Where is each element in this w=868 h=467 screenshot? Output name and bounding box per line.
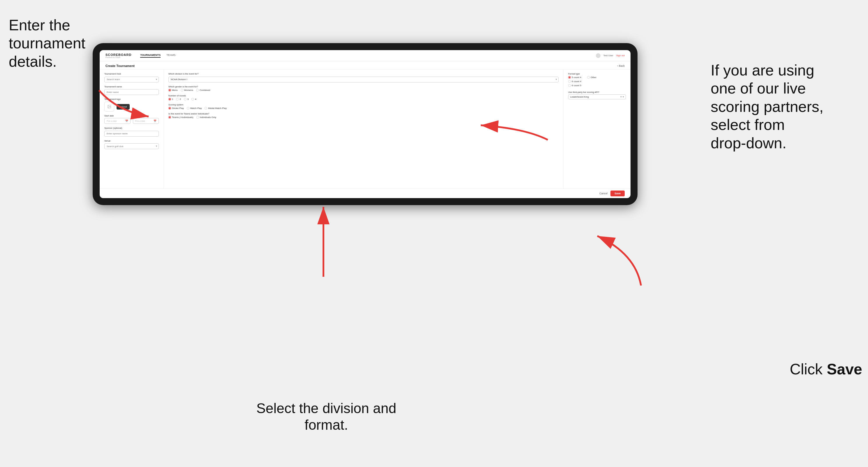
scoring-stroke-radio[interactable] (168, 107, 171, 110)
teams-plus-radio[interactable] (168, 116, 171, 119)
format-other-radio[interactable] (587, 76, 590, 79)
end-date-label: End date (133, 115, 159, 117)
rounds-2-radio[interactable] (176, 98, 179, 100)
host-label: Tournament Host (104, 72, 159, 75)
teams-individuals[interactable]: Individuals Only (196, 116, 216, 119)
navbar: SCOREBOARD Powered by Clippd TOURNAMENTS… (100, 50, 630, 61)
format-other[interactable]: Other (587, 76, 596, 79)
user-name: Test User (603, 54, 613, 57)
scoring-medal[interactable]: Medal Match Play (205, 107, 227, 110)
rounds-3-radio[interactable] (184, 98, 186, 100)
end-date-placeholder: Pick a date (135, 120, 145, 122)
scoring-radio-group: Stroke Play Match Play Medal Match Play (168, 107, 559, 110)
tablet-device: SCOREBOARD Powered by Clippd TOURNAMENTS… (93, 43, 638, 205)
left-column: Tournament Host Tournament name Tourname… (100, 70, 164, 188)
rounds-field-group: Number of rounds 1 2 3 (168, 94, 559, 100)
gender-womens-radio[interactable] (181, 89, 183, 91)
gender-mens[interactable]: Mens (168, 89, 178, 91)
rounds-2-label: 2 (180, 98, 181, 100)
format-6count5[interactable]: 6 count 5 (568, 84, 581, 87)
end-date-input[interactable]: Pick a date 📅 (133, 118, 159, 124)
save-button[interactable]: Save (611, 190, 625, 196)
rounds-4[interactable]: 4 (191, 98, 196, 100)
page-header: Create Tournament ‹ Back (100, 61, 630, 70)
division-label: Which division is the event for? (168, 72, 559, 75)
scoring-stroke[interactable]: Stroke Play (168, 107, 184, 110)
cancel-button[interactable]: Cancel (599, 192, 608, 195)
rounds-3[interactable]: 3 (184, 98, 188, 100)
scoring-stroke-label: Stroke Play (172, 107, 184, 110)
rounds-2[interactable]: 2 (176, 98, 181, 100)
gender-mens-radio[interactable] (168, 89, 171, 91)
nav-right: Test User Sign out (596, 53, 625, 58)
form-footer: Cancel Save (100, 188, 630, 198)
division-select[interactable]: NCAA Division I (168, 76, 559, 83)
tablet-screen: SCOREBOARD Powered by Clippd TOURNAMENTS… (100, 50, 630, 198)
format-6count4[interactable]: 6 count 4 (568, 80, 581, 83)
gender-field-group: Which gender is the event for? Mens Wome… (168, 85, 559, 91)
api-field-group: Use third-party live scoring API? Leader… (568, 91, 626, 99)
end-date-field: End date Pick a date 📅 (133, 115, 159, 124)
format-right-options: Other (587, 76, 596, 87)
venue-label: Venue (104, 139, 159, 142)
annotation-enter: Enter thetournamentdetails. (9, 16, 120, 70)
api-remove-icon[interactable]: ✕ ▾ (620, 96, 624, 98)
scoring-match-radio[interactable] (187, 107, 189, 110)
division-select-wrapper: NCAA Division I (168, 76, 559, 83)
teams-individuals-radio[interactable] (196, 116, 199, 119)
mid-column: Which division is the event for? NCAA Di… (164, 70, 563, 188)
nav-teams[interactable]: TEAMS (166, 54, 176, 58)
scoring-match[interactable]: Match Play (187, 107, 202, 110)
gender-womens-label: Womens (184, 89, 193, 91)
name-input[interactable] (104, 89, 159, 95)
gender-womens[interactable]: Womens (181, 89, 193, 91)
user-avatar (596, 53, 600, 58)
division-field-group: Which division is the event for? NCAA Di… (168, 72, 559, 83)
logo-placeholder (104, 102, 114, 112)
sponsor-input[interactable] (104, 131, 159, 137)
rounds-1-radio[interactable] (168, 98, 171, 100)
rounds-label: Number of rounds (168, 94, 559, 97)
host-input[interactable] (104, 76, 159, 83)
sponsor-field-group: Sponsor (optional) (104, 127, 159, 137)
logo-field-group: Tournament logo Upload (104, 98, 159, 112)
form-area: Tournament Host Tournament name Tourname… (100, 70, 630, 188)
start-date-input[interactable]: Pick a date 📅 (104, 118, 130, 124)
start-calendar-icon: 📅 (125, 120, 128, 122)
format-6count5-radio[interactable] (568, 84, 571, 87)
format-5count4-radio[interactable] (568, 76, 571, 79)
start-date-placeholder: Pick a date (106, 120, 117, 122)
nav-tournaments[interactable]: TOURNAMENTS (140, 54, 160, 58)
rounds-radio-group: 1 2 3 4 (168, 98, 559, 100)
host-field-group: Tournament Host (104, 72, 159, 83)
teams-plus[interactable]: Teams (+Individuals) (168, 116, 193, 119)
logo-label: Tournament logo (104, 98, 159, 100)
format-5count4[interactable]: 5 count 4 (568, 76, 581, 79)
gender-mens-label: Mens (172, 89, 178, 91)
host-select-wrapper (104, 76, 159, 83)
logo-upload: Upload (104, 102, 159, 112)
rounds-1[interactable]: 1 (168, 98, 173, 100)
teams-individuals-label: Individuals Only (200, 116, 216, 119)
scoring-label: Scoring system (168, 103, 559, 106)
teams-label: Is this event for Teams and/or Individua… (168, 113, 559, 115)
end-calendar-icon: 📅 (154, 120, 156, 122)
gender-combined-label: Combined (199, 89, 210, 91)
signout-link[interactable]: Sign out (616, 54, 625, 57)
teams-radio-group: Teams (+Individuals) Individuals Only (168, 116, 559, 119)
annotation-scoring: If you are usingone of our livescoring p… (711, 61, 862, 152)
scoring-match-label: Match Play (190, 107, 202, 110)
rounds-4-radio[interactable] (191, 98, 194, 100)
upload-button[interactable]: Upload (117, 104, 130, 110)
nav-links: TOURNAMENTS TEAMS (140, 54, 176, 58)
gender-combined[interactable]: Combined (196, 89, 210, 91)
format-6count4-radio[interactable] (568, 80, 571, 83)
teams-field-group: Is this event for Teams and/or Individua… (168, 113, 559, 119)
back-link[interactable]: ‹ Back (617, 64, 625, 67)
annotation-save: Click Save (789, 360, 862, 378)
scoring-medal-radio[interactable] (205, 107, 207, 110)
gender-combined-radio[interactable] (196, 89, 199, 91)
venue-input[interactable] (104, 143, 159, 149)
venue-field-group: Venue (104, 139, 159, 150)
format-6count4-label: 6 count 4 (572, 80, 581, 83)
